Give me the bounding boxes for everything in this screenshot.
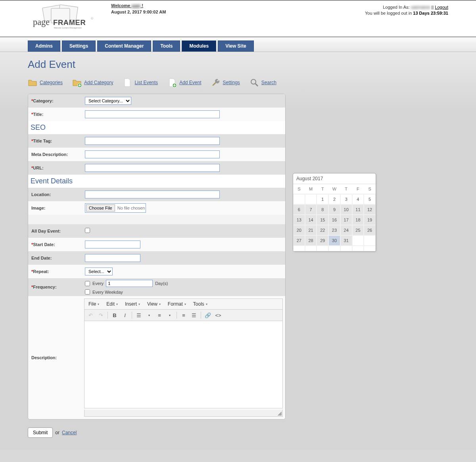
calendar-day[interactable]: 12 (364, 204, 376, 215)
calendar-day[interactable]: 3 (340, 194, 352, 204)
calendar-day[interactable]: 2 (328, 194, 340, 204)
editor-menu-view[interactable]: View ▾ (147, 301, 161, 307)
end-date-input[interactable] (85, 254, 140, 262)
calendar-day[interactable]: 21 (305, 225, 317, 235)
logo: page FRAMER Website Content Management R (28, 3, 107, 37)
editor-resize-handle[interactable] (84, 410, 283, 417)
calendar-day[interactable]: 23 (328, 225, 340, 235)
code-icon[interactable]: <> (213, 311, 223, 320)
title-input[interactable] (85, 110, 220, 118)
logo-text-main: page (33, 17, 50, 27)
cancel-link[interactable]: Cancel (62, 430, 77, 435)
calendar-day[interactable]: 9 (328, 204, 340, 215)
calendar-day[interactable]: 7 (305, 204, 317, 215)
calendar-day[interactable]: 11 (352, 204, 364, 215)
calendar-empty-cell (293, 194, 305, 204)
freq-weekday-checkbox[interactable] (85, 289, 90, 295)
tool-link[interactable]: Add Category (84, 80, 113, 85)
folder-icon (28, 78, 37, 87)
calendar-day[interactable]: 18 (352, 215, 364, 225)
all-day-checkbox[interactable] (85, 228, 90, 233)
freq-every-checkbox[interactable] (85, 281, 90, 286)
redo-icon[interactable]: ↷ (96, 311, 106, 320)
nav-content-manager[interactable]: Content Manager (97, 40, 151, 52)
calendar-day[interactable]: 31 (340, 235, 352, 246)
header: page FRAMER Website Content Management R… (0, 1, 476, 37)
undo-icon[interactable]: ↶ (86, 311, 95, 320)
bold-icon[interactable]: B (110, 311, 119, 320)
repeat-select[interactable]: Select... (85, 268, 113, 275)
location-input[interactable] (85, 191, 220, 198)
calendar-day[interactable]: 10 (340, 204, 352, 215)
list-caret-icon[interactable]: ▾ (144, 311, 154, 320)
file-chooser[interactable]: Choose File No file chosen (85, 203, 146, 213)
title-tag-input[interactable] (85, 137, 220, 145)
align-justify-icon[interactable]: ☰ (189, 311, 199, 320)
calendar-day[interactable]: 22 (317, 225, 328, 235)
calendar-day[interactable]: 17 (340, 215, 352, 225)
calendar-day[interactable]: 19 (364, 215, 376, 225)
nav-modules[interactable]: Modules (182, 40, 216, 52)
nav-tools[interactable]: Tools (153, 40, 180, 52)
tool-list-events[interactable]: List Events (123, 78, 158, 87)
editor-menu-edit[interactable]: Edit ▾ (106, 301, 118, 307)
calendar-day[interactable]: 30 (328, 235, 340, 246)
bullet-list-icon[interactable]: ☰ (134, 311, 144, 320)
category-select[interactable]: Select Category... (85, 97, 131, 105)
tool-link[interactable]: Settings (223, 80, 240, 85)
calendar-day[interactable]: 13 (293, 215, 305, 225)
nav-admins[interactable]: Admins (28, 40, 60, 52)
calendar-day[interactable]: 15 (317, 215, 328, 225)
tool-add-category[interactable]: Add Category (72, 78, 113, 87)
editor-menu-insert[interactable]: Insert ▾ (125, 301, 140, 307)
welcome-box: Welcome user ! August 2, 2017 9:00:02 AM (111, 3, 166, 37)
tool-link[interactable]: Search (261, 80, 276, 85)
calendar-day[interactable]: 29 (317, 235, 328, 246)
calendar-day[interactable]: 26 (364, 225, 376, 235)
nav-view-site[interactable]: View Site (218, 40, 253, 52)
calendar-day[interactable]: 16 (328, 215, 340, 225)
description-editor[interactable] (84, 321, 283, 408)
numlist-caret-icon[interactable]: ▾ (165, 311, 175, 320)
start-date-input[interactable] (85, 241, 140, 248)
calendar-day[interactable]: 4 (352, 194, 364, 204)
calendar-day[interactable]: 28 (305, 235, 317, 246)
tool-categories[interactable]: Categories (28, 78, 63, 87)
calendar-day[interactable]: 1 (317, 194, 328, 204)
calendar-day[interactable]: 14 (305, 215, 317, 225)
editor-menu-format[interactable]: Format ▾ (168, 301, 186, 307)
calendar-day[interactable]: 5 (364, 194, 376, 204)
logout-link[interactable]: Logout (435, 5, 448, 10)
link-icon[interactable]: 🔗 (203, 311, 213, 320)
tool-link[interactable]: Add Event (179, 80, 201, 85)
editor-menu-tools[interactable]: Tools ▾ (193, 301, 207, 307)
calendar-day[interactable]: 24 (340, 225, 352, 235)
calendar-day[interactable]: 20 (293, 225, 305, 235)
url-input[interactable] (85, 164, 220, 172)
nav-settings[interactable]: Settings (62, 40, 96, 52)
numbered-list-icon[interactable]: ≡ (155, 311, 164, 320)
tool-link[interactable]: Categories (40, 80, 63, 85)
tool-search[interactable]: Search (250, 78, 276, 87)
editor-menubar: File ▾Edit ▾Insert ▾View ▾Format ▾Tools … (84, 298, 283, 310)
calendar-day[interactable]: 6 (293, 204, 305, 215)
tool-link[interactable]: List Events (134, 80, 158, 85)
calendar-day-header: F (352, 184, 364, 194)
align-left-icon[interactable]: ≡ (179, 311, 188, 320)
calendar-day[interactable]: 8 (317, 204, 328, 215)
calendar-day[interactable]: 25 (352, 225, 364, 235)
calendar-day[interactable]: 27 (293, 235, 305, 246)
countdown-prefix: You will be logged out in (365, 11, 413, 15)
tool-settings[interactable]: Settings (211, 78, 240, 87)
calendar-day-header: M (305, 184, 317, 194)
choose-file-button[interactable]: Choose File (86, 204, 115, 212)
tool-add-event[interactable]: Add Event (167, 78, 201, 87)
submit-button[interactable]: Submit (28, 427, 53, 438)
repeat-label: Repeat: (33, 269, 49, 274)
editor-menu-file[interactable]: File ▾ (88, 301, 99, 307)
welcome-suffix: ! (140, 3, 143, 8)
italic-icon[interactable]: I (120, 311, 130, 320)
meta-desc-input[interactable] (85, 150, 220, 158)
freq-value-input[interactable] (106, 280, 153, 287)
magnifier-icon (250, 78, 259, 87)
